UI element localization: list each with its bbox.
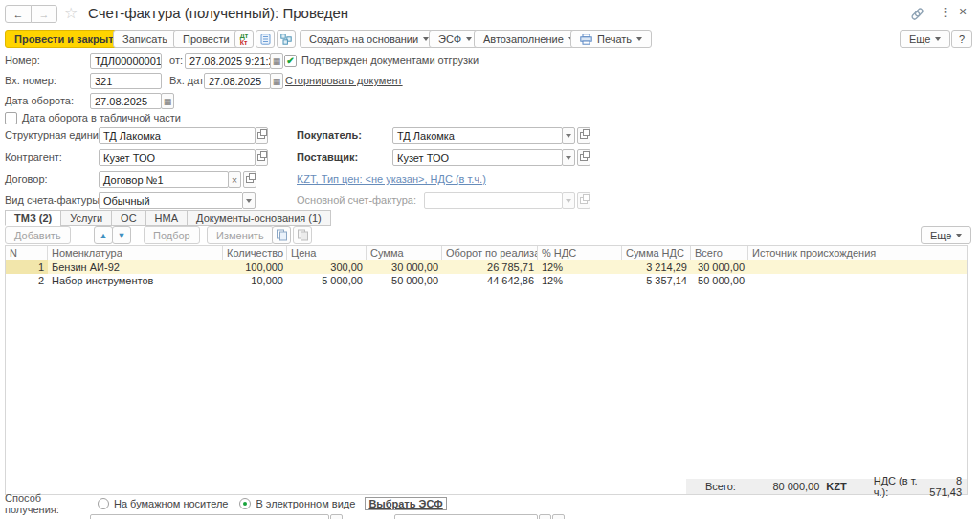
base-invoice-label: Основной счет-фактура:: [297, 192, 416, 209]
table-more-button[interactable]: Еще: [921, 226, 971, 244]
table-row[interactable]: 1 Бензин АИ-92 100,000 300,00 30 000,00 …: [6, 260, 967, 274]
confirmed-checkbox[interactable]: ✔: [284, 55, 297, 67]
paper-radio[interactable]: [98, 498, 109, 509]
tab-base-documents[interactable]: Документы-основания (1): [187, 210, 331, 226]
more-button[interactable]: Еще: [900, 30, 950, 48]
column-header[interactable]: Сумма: [367, 246, 442, 260]
currency-code: KZT: [826, 481, 846, 492]
copy-icon[interactable]: [272, 226, 291, 244]
in-date-field[interactable]: 27.08.2025 ▦: [204, 73, 283, 89]
receive-method-label: Способ получения:: [5, 492, 98, 515]
counterparty-field[interactable]: Кузет ТОО: [99, 149, 268, 166]
open-icon[interactable]: [577, 149, 590, 166]
price-type-link[interactable]: KZT, Тип цен: <не указан>, НДС (в т.ч.): [297, 173, 486, 185]
move-up-icon[interactable]: ▲: [94, 226, 113, 244]
vat-total-label: НДС (в т. ч.):: [874, 475, 930, 498]
column-header[interactable]: Сумма НДС: [622, 246, 691, 260]
document-structure-icon[interactable]: [277, 30, 296, 48]
esf-input-button-partial[interactable]: [330, 514, 343, 519]
write-button[interactable]: Записать: [113, 30, 177, 48]
edit-row-button[interactable]: Изменить: [207, 226, 274, 244]
journal-icon[interactable]: [256, 30, 275, 48]
favorite-star-icon[interactable]: ☆: [64, 4, 78, 22]
move-row-group: ▲ ▼: [94, 226, 131, 244]
chevron-down-icon: [956, 234, 962, 237]
column-header[interactable]: Номенклатура: [48, 246, 223, 260]
back-button[interactable]: ←: [5, 5, 32, 23]
esf-input-partial[interactable]: [90, 514, 329, 519]
column-header[interactable]: % НДС: [538, 246, 622, 260]
dropdown-icon[interactable]: [562, 149, 575, 166]
help-button[interactable]: ?: [951, 30, 972, 48]
forward-button[interactable]: →: [31, 5, 57, 23]
open-icon[interactable]: [243, 171, 256, 188]
contract-field[interactable]: Договор №1 ×: [99, 171, 256, 188]
print-button[interactable]: Печать: [570, 30, 652, 48]
column-header[interactable]: Оборот по реализации: [442, 246, 538, 260]
open-icon[interactable]: [255, 149, 268, 166]
total-value: 80 000,00: [736, 481, 819, 492]
column-header[interactable]: Количество: [223, 246, 287, 260]
pick-button[interactable]: Подбор: [144, 226, 200, 244]
dropdown-icon[interactable]: [242, 192, 256, 209]
open-icon[interactable]: [577, 127, 590, 144]
esf-date-button2-partial[interactable]: [552, 514, 565, 519]
in-number-field[interactable]: 321: [90, 73, 162, 89]
structural-unit-label: Структурная единица:: [5, 127, 113, 144]
move-down-icon[interactable]: ▼: [112, 226, 131, 244]
turnover-in-table-label[interactable]: Дата оборота в табличной части: [22, 110, 181, 126]
dropdown-icon[interactable]: [562, 127, 575, 144]
date-field[interactable]: 27.08.2025 9:21:21 ▦: [185, 53, 283, 69]
autofill-button[interactable]: Автозаполнение: [474, 30, 584, 48]
clear-icon[interactable]: ×: [228, 171, 241, 188]
add-row-button[interactable]: Добавить: [5, 226, 71, 244]
select-esf-link[interactable]: Выбрать ЭСФ: [365, 497, 446, 510]
post-button[interactable]: Провести: [173, 30, 239, 48]
dt-kt-entries-icon[interactable]: ДтКт: [234, 30, 254, 48]
total-label: Всего:: [705, 481, 736, 492]
esf-date-partial[interactable]: [394, 514, 538, 519]
more-vertical-icon[interactable]: ⋮: [939, 5, 951, 19]
page-title: Счет-фактура (полученный): Проведен: [88, 5, 348, 21]
column-header[interactable]: Цена: [287, 246, 367, 260]
tab-services[interactable]: Услуги: [60, 210, 112, 226]
esf-date-button-partial[interactable]: [539, 514, 551, 519]
tab-tmz[interactable]: ТМЗ (2): [5, 210, 61, 226]
paste-icon[interactable]: [293, 226, 312, 244]
create-based-on-button[interactable]: Создать на основании: [300, 30, 438, 48]
close-icon[interactable]: ×: [959, 4, 967, 19]
column-header[interactable]: N: [6, 246, 48, 260]
buyer-field[interactable]: ТД Лакомка: [392, 127, 590, 144]
tab-bar: ТМЗ (2) Услуги ОС НМА Документы-основани…: [6, 210, 331, 226]
reverse-document-link[interactable]: Сторнировать документ: [285, 75, 403, 86]
turnover-in-table-checkbox[interactable]: [5, 112, 17, 124]
electronic-radio-label[interactable]: В электронном виде: [256, 498, 355, 509]
calendar-icon[interactable]: ▦: [161, 93, 174, 109]
post-and-close-button[interactable]: Провести и закрыть: [5, 30, 129, 48]
vat-total-value: 8 571,43: [929, 475, 967, 498]
calendar-icon[interactable]: ▦: [270, 53, 283, 69]
get-link-icon[interactable]: [910, 7, 924, 23]
invoice-kind-label: Вид счета-фактуры:: [5, 192, 102, 209]
dropdown-icon: [562, 192, 575, 209]
turnover-date-field[interactable]: 27.08.2025 ▦: [90, 93, 174, 109]
confirmed-checkbox-label[interactable]: Подтвержден документами отгрузки: [301, 53, 479, 69]
number-label: Номер:: [5, 53, 40, 69]
base-invoice-field[interactable]: [424, 192, 590, 209]
electronic-radio[interactable]: [239, 498, 251, 509]
open-icon[interactable]: [255, 127, 268, 144]
supplier-field[interactable]: Кузет ТОО: [392, 149, 590, 166]
tab-nma[interactable]: НМА: [145, 210, 188, 226]
contract-label: Договор:: [5, 171, 48, 188]
invoice-kind-select[interactable]: Обычный: [99, 192, 256, 209]
tab-os[interactable]: ОС: [111, 210, 146, 226]
column-header[interactable]: Всего: [691, 246, 748, 260]
receive-method-row: Способ получения: На бумажном носителе В…: [5, 497, 447, 510]
number-field[interactable]: ТДЛ00000001: [90, 53, 162, 69]
paper-radio-label[interactable]: На бумажном носителе: [114, 498, 228, 509]
table-row[interactable]: 2 Набор инструментов 10,000 5 000,00 50 …: [6, 274, 967, 287]
structural-unit-field[interactable]: ТД Лакомка: [99, 127, 268, 144]
table-header: N Номенклатура Количество Цена Сумма Обо…: [6, 246, 967, 260]
column-header[interactable]: Источник происхождения: [748, 246, 967, 260]
calendar-icon[interactable]: ▦: [270, 73, 283, 89]
